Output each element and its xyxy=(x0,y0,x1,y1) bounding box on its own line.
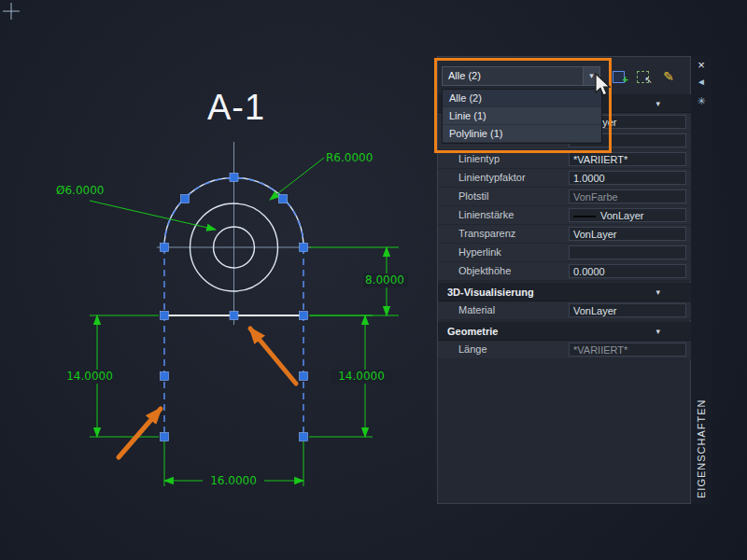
section-header-geometrie[interactable]: Geometrie ▾ xyxy=(438,322,692,341)
quick-select-pencil-glyph: ✎ xyxy=(663,69,674,84)
section-title: 3D-Visualisierung xyxy=(447,287,534,298)
select-objects-icon[interactable]: ↖ xyxy=(636,68,653,85)
property-row: Hyperlink xyxy=(438,244,692,262)
grip[interactable] xyxy=(230,174,238,182)
section-header-3d[interactable]: 3D-Visualisierung ▾ xyxy=(438,283,692,301)
selection-filter-dropdown: Alle (2) Linie (1) Polylinie (1) xyxy=(442,89,602,144)
dim-text-16[interactable]: 16.0000 xyxy=(210,474,257,487)
annotation-arrow-right xyxy=(250,329,296,384)
chevron-down-icon[interactable]: ▾ xyxy=(583,67,599,85)
property-label[interactable]: Linientypfaktor xyxy=(458,172,526,183)
pickadd-toggle-icon[interactable]: + xyxy=(612,68,628,85)
property-row: Transparenz VonLayer xyxy=(438,225,692,244)
grip[interactable] xyxy=(161,312,169,320)
section-title: Geometrie xyxy=(447,326,498,337)
property-label[interactable]: Länge xyxy=(458,343,487,355)
property-value[interactable]: 1.0000 xyxy=(569,171,686,185)
grip[interactable] xyxy=(161,433,169,441)
property-row: Objekthöhe 0.0000 xyxy=(438,262,692,281)
selection-filter-combo[interactable]: Alle (2) ▾ xyxy=(442,66,600,86)
chevron-down-icon[interactable]: ▾ xyxy=(655,283,660,301)
grip[interactable] xyxy=(161,372,169,381)
annotation-arrow-left xyxy=(119,409,161,457)
property-label[interactable]: Transparenz xyxy=(458,228,515,239)
select-cursor-glyph: ↖ xyxy=(645,76,653,85)
grip[interactable] xyxy=(181,195,190,203)
properties-menu-icon[interactable]: ✳ xyxy=(691,95,712,107)
grip[interactable] xyxy=(161,244,169,252)
property-label[interactable]: Linienstärke xyxy=(458,209,514,220)
property-value[interactable]: VonLayer xyxy=(569,208,686,222)
chevron-down-icon[interactable]: ▾ xyxy=(655,322,660,341)
quick-select-icon[interactable]: ✎ xyxy=(660,68,677,85)
dim-text-diameter[interactable]: Ø6.0000 xyxy=(56,184,104,197)
property-row: Länge *VARIIERT* xyxy=(438,341,692,359)
pickadd-plus: + xyxy=(623,75,628,84)
properties-palette: + ↖ ✎ ▾ VonLayer Linientyp *VARIIERT* Li… xyxy=(437,56,691,504)
grip[interactable] xyxy=(300,244,308,252)
property-value[interactable]: 0.0000 xyxy=(569,264,686,278)
property-value[interactable]: VonLayer xyxy=(569,303,686,317)
grip[interactable] xyxy=(230,312,238,320)
chevron-down-icon[interactable]: ▾ xyxy=(655,94,660,113)
grip[interactable] xyxy=(300,372,308,381)
close-icon[interactable]: × xyxy=(691,58,712,72)
property-value[interactable] xyxy=(569,245,686,259)
property-value[interactable]: *VARIIERT* xyxy=(569,343,686,357)
dim-text-radius[interactable]: R6.0000 xyxy=(326,151,373,164)
property-row: Linientyp *VARIIERT* xyxy=(438,150,692,169)
dropdown-item-linie[interactable]: Linie (1) xyxy=(443,107,601,125)
grip[interactable] xyxy=(279,195,288,203)
property-row: Material VonLayer xyxy=(438,301,692,320)
property-row: Linientypfaktor 1.0000 xyxy=(438,169,692,188)
combo-value: Alle (2) xyxy=(448,70,481,81)
property-label[interactable]: Objekthöhe xyxy=(458,265,511,276)
property-label[interactable]: Plotstil xyxy=(458,190,488,202)
property-label[interactable]: Linientyp xyxy=(458,153,500,164)
diameter-leader[interactable] xyxy=(90,201,216,230)
property-row: Plotstil VonFarbe xyxy=(438,188,692,206)
property-label[interactable]: Hyperlink xyxy=(458,246,501,258)
dropdown-item-alle[interactable]: Alle (2) xyxy=(443,90,601,107)
drawing-title[interactable]: A-1 xyxy=(207,88,265,127)
palette-vertical-title: EIGENSCHAFTEN xyxy=(692,390,711,508)
autocad-window: A-1 8.0000 14.0000 14.0000 xyxy=(0,0,747,560)
lineweight-preview xyxy=(573,216,596,217)
property-row: Linienstärke VonLayer xyxy=(438,206,692,225)
dropdown-item-polylinie[interactable]: Polylinie (1) xyxy=(443,125,601,143)
crosshair-icon xyxy=(3,3,20,20)
property-label[interactable]: Material xyxy=(458,304,495,315)
dim-text-8[interactable]: 8.0000 xyxy=(365,273,404,287)
property-value[interactable]: VonLayer xyxy=(569,227,686,241)
dim-text-14-left[interactable]: 14.0000 xyxy=(66,370,113,383)
autohide-icon[interactable]: ◄ xyxy=(691,77,712,87)
radius-leader[interactable] xyxy=(270,158,324,200)
grip[interactable] xyxy=(300,433,308,441)
grip[interactable] xyxy=(300,312,308,320)
property-value[interactable]: *VARIIERT* xyxy=(569,152,686,166)
property-value[interactable]: VonFarbe xyxy=(569,189,686,203)
dim-text-14-right[interactable]: 14.0000 xyxy=(338,370,385,383)
